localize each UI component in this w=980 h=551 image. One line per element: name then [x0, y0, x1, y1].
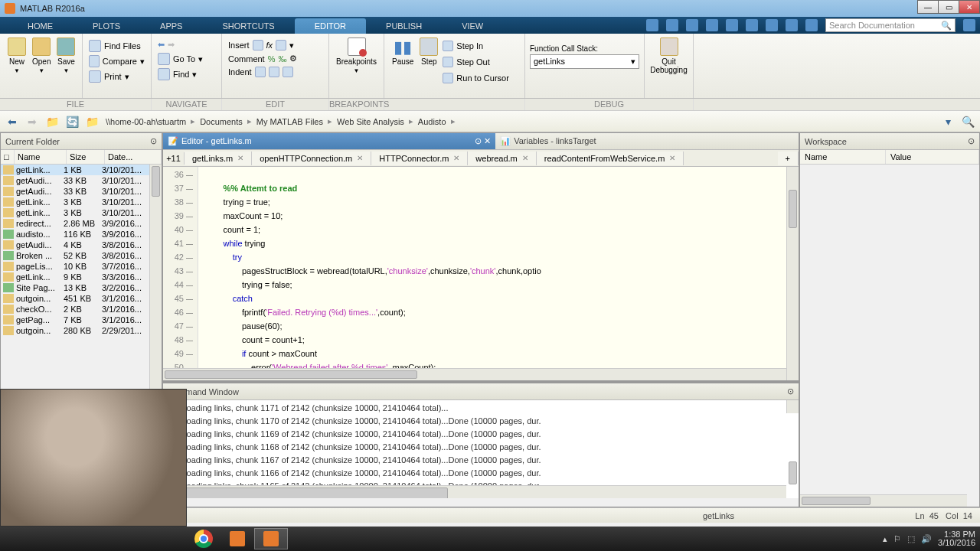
- table-header[interactable]: Name Value: [800, 150, 979, 165]
- taskbar-matlab-active[interactable]: [254, 528, 288, 549]
- toolbar-icon[interactable]: [766, 19, 778, 31]
- close-button[interactable]: ✕: [959, 0, 980, 14]
- tray-icon[interactable]: ⚐: [893, 534, 901, 544]
- panel-menu-icon[interactable]: ⊙: [150, 136, 157, 146]
- back-button[interactable]: ⬅: [5, 114, 20, 129]
- breadcrumb-item[interactable]: \\home-00-ah\stuartm: [104, 117, 188, 126]
- indent-button[interactable]: Indent: [227, 65, 324, 79]
- close-icon[interactable]: ✕: [237, 154, 243, 162]
- ribbon-tab-shortcuts[interactable]: SHORTCUTS: [202, 18, 294, 34]
- ribbon-tab-apps[interactable]: APPS: [140, 18, 202, 34]
- pause-button[interactable]: ▮▮Pause: [389, 36, 416, 85]
- toolbar-icon[interactable]: [726, 19, 738, 31]
- compare-button[interactable]: Compare ▾: [87, 54, 146, 69]
- file-row[interactable]: getPag...7 KB3/1/2016...: [1, 315, 162, 325]
- breadcrumb-item[interactable]: Documents: [198, 117, 244, 126]
- ribbon-tab-editor[interactable]: EDITOR: [295, 18, 366, 34]
- back-icon[interactable]: ⬅: [158, 40, 165, 50]
- step-out-button[interactable]: Step Out: [441, 55, 510, 69]
- new-tab-button[interactable]: +: [778, 152, 799, 165]
- ribbon-tab-view[interactable]: VIEW: [442, 18, 503, 34]
- editor-body[interactable]: 36 —37 —38 —39 —40 —41 —42 —43 —44 —45 —…: [163, 167, 799, 380]
- actions-icon[interactable]: ⊙: [475, 136, 482, 145]
- file-row[interactable]: outgoin...451 KB3/1/2016...: [1, 293, 162, 304]
- tray-clock[interactable]: 1:38 PM3/10/2016: [938, 530, 975, 547]
- file-row[interactable]: Site Pag...13 KB3/2/2016...: [1, 282, 162, 293]
- find-button[interactable]: Find ▾: [156, 67, 217, 82]
- file-row[interactable]: outgoin...280 KB2/29/201...: [1, 325, 162, 336]
- file-row[interactable]: checkO...2 KB3/1/2016...: [1, 304, 162, 315]
- help-icon[interactable]: [805, 19, 818, 31]
- goto-button[interactable]: Go To ▾: [156, 51, 217, 67]
- toolbar-icon[interactable]: [686, 19, 698, 31]
- panel-menu-icon[interactable]: ⊙: [787, 386, 794, 396]
- open-button[interactable]: Open▼: [29, 36, 54, 76]
- search-documentation[interactable]: Search Documentation🔍: [825, 18, 956, 32]
- scrollbar[interactable]: [163, 485, 786, 498]
- chevron-right-icon[interactable]: ▸: [244, 116, 255, 126]
- forward-button[interactable]: ➡: [24, 114, 40, 129]
- insert-button[interactable]: Insert fx ▾: [227, 38, 324, 52]
- close-icon[interactable]: ✕: [453, 154, 459, 162]
- breadcrumb-item[interactable]: Web Site Analysis: [335, 117, 406, 126]
- file-row[interactable]: getLink...9 KB3/3/2016...: [1, 272, 162, 282]
- comment-button[interactable]: Comment % ‰ ⚙: [227, 52, 324, 65]
- step-in-button[interactable]: Step In: [441, 39, 510, 53]
- minimize-button[interactable]: —: [917, 0, 939, 14]
- scrollbar[interactable]: [786, 400, 799, 413]
- quit-debugging-button[interactable]: Quit Debugging: [649, 36, 688, 76]
- refresh-button[interactable]: 🔄: [64, 114, 80, 129]
- editor-header[interactable]: 📝Editor - getLinks.m⊙ ✕: [163, 133, 495, 150]
- panel-menu-icon[interactable]: ⊙: [968, 136, 975, 146]
- tray-up-icon[interactable]: ▴: [883, 534, 887, 544]
- editor-tab[interactable]: openHTTPConnection.m✕: [252, 152, 371, 165]
- file-row[interactable]: audisto...116 KB3/9/2016...: [1, 229, 162, 240]
- command-window[interactable]: ownloading links, chunk 1171 of 2142 (ch…: [163, 400, 799, 498]
- breadcrumb-item[interactable]: My MATLAB Files: [255, 117, 325, 126]
- editor-tab[interactable]: webread.m✕: [468, 152, 536, 165]
- close-icon[interactable]: ✕: [357, 154, 363, 162]
- file-row[interactable]: getAudi...4 KB3/8/2016...: [1, 240, 162, 250]
- file-row[interactable]: redirect...2.86 MB3/9/2016...: [1, 218, 162, 229]
- step-button[interactable]: Step: [416, 36, 441, 85]
- up-button[interactable]: 📁: [44, 114, 60, 129]
- scrollbar[interactable]: [163, 368, 786, 380]
- editor-tab[interactable]: HTTPConnector.m✕: [371, 152, 468, 165]
- ribbon-tab-publish[interactable]: PUBLISH: [366, 18, 442, 34]
- scrollbar[interactable]: [800, 494, 967, 507]
- editor-tab[interactable]: getLinks.m✕: [185, 152, 252, 165]
- run-to-cursor-button[interactable]: Run to Cursor: [441, 71, 510, 85]
- breakpoints-button[interactable]: Breakpoints▼: [334, 36, 379, 76]
- file-row[interactable]: getLink...3 KB3/10/201...: [1, 207, 162, 218]
- find-files-button[interactable]: Find Files: [87, 38, 146, 54]
- breadcrumb[interactable]: \\home-00-ah\stuartm▸Documents▸My MATLAB…: [104, 116, 459, 126]
- ribbon-tab-plots[interactable]: PLOTS: [73, 18, 140, 34]
- close-icon[interactable]: ✕: [669, 154, 675, 162]
- file-row[interactable]: pageLis...10 KB3/7/2016...: [1, 261, 162, 272]
- close-icon[interactable]: ✕: [484, 136, 491, 145]
- breadcrumb-item[interactable]: Audisto: [416, 117, 448, 126]
- taskbar-matlab[interactable]: [220, 528, 254, 549]
- scrollbar[interactable]: [786, 167, 799, 380]
- chevron-right-icon[interactable]: ▸: [188, 116, 198, 126]
- print-button[interactable]: Print ▾: [87, 69, 146, 84]
- toolbar-icon[interactable]: [746, 19, 758, 31]
- new-button[interactable]: New▼: [5, 36, 29, 76]
- chevron-right-icon[interactable]: ▸: [448, 116, 459, 126]
- ribbon-tab-home[interactable]: HOME: [8, 18, 73, 34]
- forward-icon[interactable]: ➡: [168, 40, 175, 50]
- browse-dropdown[interactable]: ▾: [940, 114, 956, 129]
- file-row[interactable]: getAudi...33 KB3/10/201...: [1, 186, 162, 197]
- tray-icon[interactable]: ⬚: [907, 534, 915, 544]
- toolbar-icon[interactable]: [666, 19, 678, 31]
- toolbar-icon[interactable]: [646, 19, 658, 31]
- save-button[interactable]: Save▼: [54, 36, 78, 76]
- file-row[interactable]: Broken ...52 KB3/8/2016...: [1, 250, 162, 261]
- tray-icon[interactable]: 🔊: [921, 534, 932, 544]
- taskbar-chrome[interactable]: [187, 528, 220, 549]
- chevron-right-icon[interactable]: ▸: [325, 116, 335, 126]
- chevron-right-icon[interactable]: ▸: [406, 116, 416, 126]
- file-row[interactable]: getAudi...33 KB3/10/201...: [1, 175, 162, 186]
- close-icon[interactable]: ✕: [522, 154, 528, 162]
- toolbar-icon[interactable]: [786, 19, 798, 31]
